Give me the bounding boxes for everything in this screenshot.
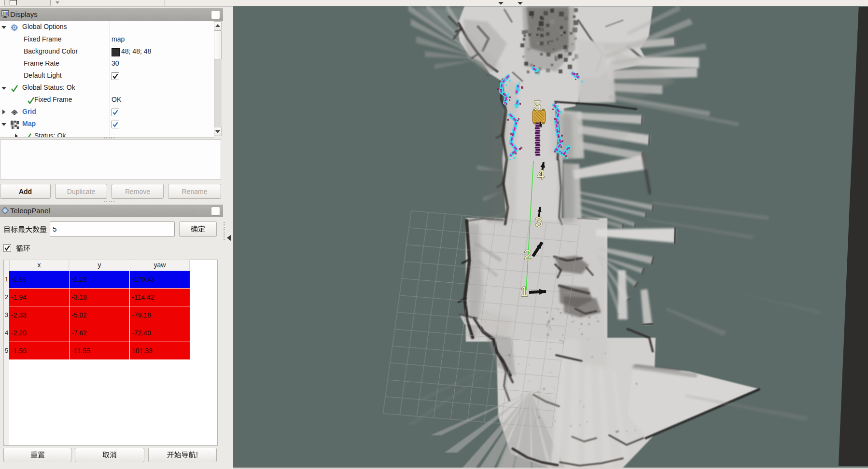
- svg-text:3: 3: [535, 214, 543, 230]
- svg-text:1: 1: [520, 284, 528, 299]
- svg-text:4: 4: [537, 167, 545, 182]
- svg-text:5: 5: [533, 98, 541, 113]
- svg-text:2: 2: [524, 247, 532, 262]
